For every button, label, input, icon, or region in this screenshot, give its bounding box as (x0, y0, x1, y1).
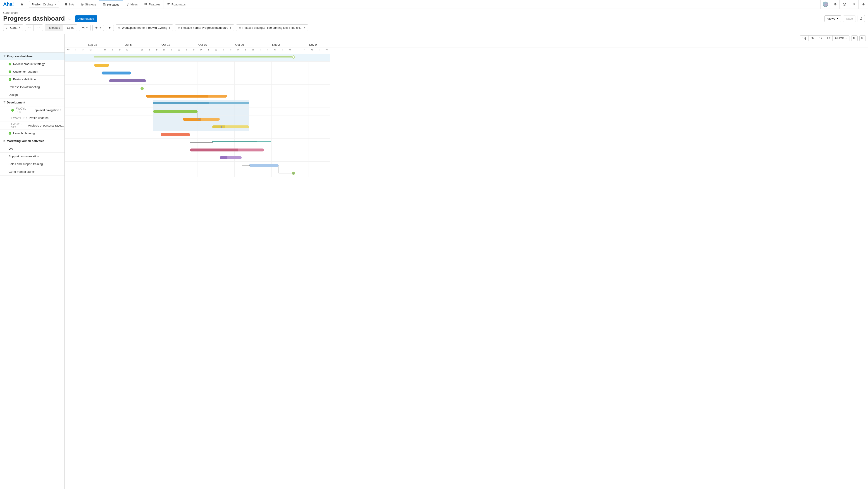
task-label: Review product strategy (13, 62, 44, 66)
summary-bar[interactable] (153, 102, 249, 104)
clear-icon: ⊗ (118, 26, 121, 29)
caret-down-icon: ▼ (99, 27, 101, 29)
nav-info[interactable]: i Info (61, 0, 78, 9)
top-navbar: Aha! Fredwin Cycling ▼ i Info Strategy R… (0, 0, 868, 9)
gantt-body (65, 54, 330, 177)
day-label: T (186, 48, 187, 51)
task-bar[interactable] (94, 64, 109, 67)
task-row-featdef[interactable]: Feature definition (0, 75, 64, 83)
task-label: Design (9, 93, 18, 96)
task-bar[interactable] (153, 110, 197, 113)
task-bar[interactable] (190, 149, 264, 151)
caret-down-icon: ▼ (304, 27, 306, 29)
search-button[interactable] (849, 0, 859, 9)
zoom-in-button[interactable] (859, 35, 866, 41)
svg-line-28 (855, 39, 856, 39)
zoom-out-button[interactable] (851, 35, 858, 41)
breadcrumb[interactable]: Gantt chart (3, 11, 865, 14)
day-label: W (178, 48, 180, 51)
workspace-dropdown[interactable]: Fredwin Cycling ▼ (29, 1, 59, 7)
day-label: F (193, 48, 195, 51)
svg-rect-22 (6, 28, 8, 28)
favorite-star-icon[interactable]: ☆ (68, 16, 72, 21)
views-dropdown[interactable]: Views▼ (824, 16, 841, 22)
gantt-dropdown[interactable]: Gantt ▼ (3, 25, 23, 31)
share-icon (860, 17, 863, 20)
add-release-button[interactable]: Add release (75, 16, 97, 22)
task-bar[interactable] (109, 79, 146, 82)
day-label: T (259, 48, 261, 51)
day-label: F (82, 48, 84, 51)
nav-releases[interactable]: Releases (99, 0, 123, 9)
release-settings-filter[interactable]: ⊗ Release settings: Hide parking lots, H… (236, 25, 308, 31)
share-button[interactable] (858, 15, 865, 22)
zoom-fit[interactable]: Fit (825, 35, 833, 41)
day-label: T (97, 48, 99, 51)
filter-button[interactable] (106, 25, 114, 31)
info-icon: i (64, 3, 68, 6)
svg-point-3 (82, 4, 83, 5)
zoom-range-group: 1Q 6M 1Y Fit Custom ▼ (800, 35, 849, 41)
zoom-1q[interactable]: 1Q (800, 35, 808, 41)
task-row-support[interactable]: Support documentation (0, 153, 64, 160)
redo-button[interactable]: ↷ (35, 25, 43, 31)
zoom-1y[interactable]: 1Y (817, 35, 825, 41)
task-row-custres[interactable]: Customer research (0, 68, 64, 75)
nav-strategy[interactable]: Strategy (78, 0, 99, 9)
task-row-progress[interactable]: ▽Progress dashboard (0, 53, 64, 60)
task-bar[interactable] (249, 164, 279, 167)
task-row-kickoff[interactable]: Release kickoff meeting (0, 83, 64, 91)
caret-down-icon: ▼ (54, 3, 56, 5)
caret-down-icon[interactable]: ▽ (4, 101, 5, 103)
home-nav[interactable] (17, 0, 27, 9)
gantt-row (65, 54, 330, 62)
task-row-training[interactable]: Sales and support training (0, 160, 64, 168)
add-button[interactable] (859, 0, 868, 9)
zoom-6m[interactable]: 6M (808, 35, 817, 41)
task-row-launch[interactable]: Launch planning (0, 129, 64, 137)
summary-bar[interactable] (212, 141, 271, 142)
task-bar[interactable] (146, 95, 227, 98)
task-bar[interactable] (102, 71, 131, 74)
task-bar[interactable] (220, 156, 242, 159)
caret-down-icon[interactable]: ▽ (4, 55, 5, 57)
task-bar[interactable] (161, 133, 190, 136)
task-label: Go-to-market launch (9, 170, 35, 174)
epics-toggle[interactable]: Epics (64, 25, 77, 31)
gantt-icon (6, 26, 9, 29)
caret-right-icon[interactable]: ▷ (4, 140, 5, 142)
release-filter[interactable]: ⊗ Release name: Progress dashboard ▲▼ (175, 25, 234, 31)
task-row-315[interactable]: FWCYL-315Profile updates (0, 114, 64, 122)
user-avatar[interactable] (820, 0, 830, 9)
help-button[interactable]: ? (839, 0, 849, 9)
panel-resize-handle[interactable] (64, 34, 65, 489)
task-row-qa[interactable]: QA (0, 145, 64, 153)
task-row-review[interactable]: Review product strategy (0, 60, 64, 68)
nav-roadmaps[interactable]: Roadmaps (164, 0, 189, 9)
task-row-gotomarket[interactable]: Go-to-market launch (0, 168, 64, 176)
settings-dropdown[interactable]: ▼ (92, 25, 104, 31)
nav-ideas-label: Ideas (130, 3, 138, 6)
releases-toggle[interactable]: Releases (45, 25, 63, 31)
summary-bar[interactable] (94, 56, 293, 58)
task-row-mktg[interactable]: ▷Marketing launch activities (0, 137, 64, 145)
target-icon (81, 3, 84, 6)
day-label: M (274, 48, 276, 51)
nav-ideas[interactable]: Ideas (123, 0, 141, 9)
task-id: FWCYL-318 (16, 107, 32, 114)
settings-button[interactable] (830, 0, 839, 9)
caret-down-icon: ▼ (845, 37, 847, 39)
logo[interactable]: Aha! (0, 0, 17, 9)
zoom-custom[interactable]: Custom ▼ (833, 35, 849, 41)
date-dropdown[interactable]: ▼ (79, 25, 91, 31)
task-bar[interactable] (183, 118, 220, 121)
workspace-filter[interactable]: ⊗ Workspace name: Fredwin Cycling ▲▼ (116, 25, 173, 31)
task-row-322[interactable]: FWCYL-322Analysis of personal race g... (0, 122, 64, 129)
task-bar[interactable] (212, 125, 249, 128)
task-row-318[interactable]: FWCYL-318Top-level navigation re... (0, 106, 64, 114)
undo-button[interactable]: ↶ (25, 25, 33, 31)
gantt-chart: ▽Progress dashboardReview product strate… (0, 34, 868, 489)
task-row-design[interactable]: Design (0, 91, 64, 99)
task-row-dev[interactable]: ▽Development (0, 99, 64, 106)
nav-features[interactable]: Features (141, 0, 164, 9)
